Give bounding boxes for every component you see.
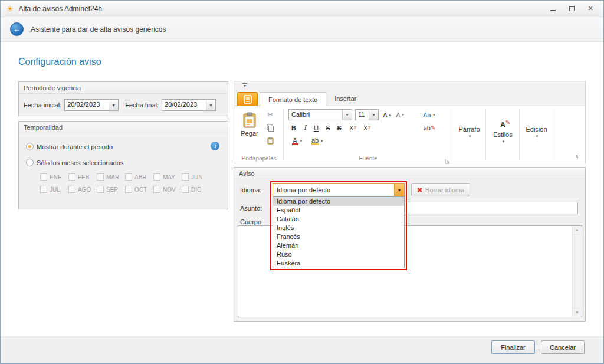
styles-icon: A✎ — [500, 120, 505, 129]
idioma-dropdown-button[interactable]: ▼ — [394, 184, 404, 196]
superscript-button[interactable]: X2 — [346, 123, 359, 133]
group-divider — [553, 109, 553, 160]
idioma-combo[interactable]: Idioma por defecto ▼ — [273, 183, 405, 196]
minimize-button[interactable] — [548, 5, 557, 13]
highlight-color-button[interactable]: ab▼ — [308, 136, 326, 146]
month-label: JUL — [50, 186, 60, 193]
month-checkbox-ago[interactable] — [68, 186, 76, 193]
chevron-down-icon: ▼ — [468, 135, 472, 138]
ribbon-group-parrafo: Párrafo ▼ — [452, 106, 486, 163]
radio-meses-seleccionados[interactable] — [26, 159, 34, 166]
dropdown-item[interactable]: Alemán — [273, 241, 404, 250]
dropdown-item[interactable]: Catalán — [273, 215, 404, 224]
maximize-button[interactable] — [567, 5, 576, 13]
editing-button[interactable]: Edición ▼ — [522, 111, 551, 152]
dropdown-item[interactable]: Inglés — [273, 224, 404, 232]
paste-button[interactable]: Pegar — [237, 109, 262, 149]
month-checkbox-nov[interactable] — [153, 186, 160, 193]
back-button[interactable]: ← — [10, 22, 24, 36]
paragraph-button[interactable]: Párrafo ▼ — [455, 111, 484, 152]
bold-button[interactable]: B — [288, 123, 299, 133]
month-checkbox-jun[interactable] — [182, 173, 189, 181]
month-checkbox-sep[interactable] — [97, 186, 104, 193]
wizard-subtitle: Asistente para dar de alta avisos genéri… — [31, 25, 166, 34]
fecha-final-dropdown-button[interactable]: ▼ — [206, 100, 215, 110]
italic-button[interactable]: I — [300, 123, 310, 133]
styles-button[interactable]: A✎ Estilos ▼ — [488, 111, 517, 152]
font-name-combo[interactable]: Calibri ▼ — [288, 109, 352, 120]
copy-button[interactable] — [265, 123, 275, 133]
strikethrough-button[interactable]: S — [323, 123, 333, 133]
month-checkbox-may[interactable] — [153, 173, 160, 181]
month-checkbox-mar[interactable] — [97, 173, 104, 181]
dropdown-item[interactable]: Francés — [273, 232, 404, 241]
month-checkbox-feb[interactable] — [68, 173, 76, 181]
paste-special-button[interactable] — [265, 136, 275, 146]
dropdown-item[interactable]: Euskera — [273, 259, 404, 268]
month-label: NOV — [163, 186, 176, 193]
quick-access-dropdown-button[interactable]: ▼ — [241, 83, 248, 87]
highlight-swatch — [311, 143, 319, 145]
month-checkbox-abr[interactable] — [125, 173, 132, 181]
minimize-icon — [550, 6, 556, 11]
font-color-button[interactable]: A▼ — [290, 136, 305, 146]
copy-icon — [267, 124, 274, 132]
double-strikethrough-button[interactable]: S — [334, 123, 344, 133]
scroll-up-button[interactable]: ▲ — [573, 226, 582, 235]
tab-insertar[interactable]: Insertar — [326, 91, 365, 106]
finalizar-button[interactable]: Finalizar — [491, 340, 535, 354]
text-effects-button[interactable]: ab✎ — [421, 123, 438, 133]
fecha-inicial-value: 20/02/2023 — [65, 100, 109, 110]
dropdown-item[interactable]: Ruso — [273, 250, 404, 259]
superscript-mark: 2 — [354, 126, 356, 130]
application-tab[interactable] — [237, 92, 258, 106]
fecha-final-value: 20/02/2023 — [162, 100, 206, 110]
scroll-down-button[interactable]: ▼ — [573, 308, 582, 317]
subscript-button[interactable]: X2 — [360, 123, 373, 133]
dialog-launcher-button[interactable] — [445, 156, 450, 161]
font-name-dropdown-button[interactable]: ▼ — [342, 110, 352, 120]
ribbon-group-estilos: A✎ Estilos ▼ — [486, 106, 520, 163]
month-checkbox-ene[interactable] — [40, 173, 47, 181]
fecha-inicial-dropdown-button[interactable]: ▼ — [109, 100, 118, 110]
dropdown-item[interactable]: Español — [273, 206, 404, 215]
chevron-down-icon: ▼ — [502, 140, 505, 143]
vertical-scrollbar[interactable]: ▲ ▼ — [572, 226, 582, 317]
cut-button[interactable]: ✂ — [265, 110, 275, 120]
tab-formato-de-texto[interactable]: Formato de texto — [260, 92, 326, 106]
chevron-down-icon: ▼ — [209, 103, 213, 107]
month-label: MAY — [163, 174, 175, 181]
month-checkbox-dic[interactable] — [182, 186, 189, 193]
font-size-combo[interactable]: 11 ▼ — [355, 109, 379, 120]
month-checkbox-jul[interactable] — [40, 186, 47, 193]
shrink-font-label: A — [396, 112, 400, 119]
paste-icon — [242, 112, 257, 128]
shrink-font-button[interactable]: A▼ — [395, 110, 406, 120]
month-label: FEB — [78, 174, 89, 181]
borrar-idioma-button[interactable]: ✖ Borrar idioma — [411, 183, 470, 196]
fecha-inicial-label: Fecha inicial: — [24, 101, 61, 109]
double-strikethrough-label: S — [337, 124, 341, 132]
info-icon[interactable]: i — [211, 142, 219, 150]
wizard-header: ← Asistente para dar de alta avisos gené… — [1, 17, 603, 42]
radio-mostrar-periodo[interactable] — [26, 143, 34, 150]
change-case-button[interactable]: Aa▼ — [421, 110, 438, 120]
grow-font-button[interactable]: A▲ — [382, 110, 393, 120]
editing-label: Edición — [526, 126, 547, 133]
dropdown-item[interactable]: Idioma por defecto — [273, 197, 404, 206]
cancelar-button[interactable]: Cancelar — [541, 340, 585, 354]
chevron-down-icon: ▼ — [111, 103, 116, 107]
font-size-dropdown-button[interactable]: ▼ — [369, 110, 378, 120]
month-label: JUN — [191, 174, 202, 181]
paste-button-label: Pegar — [241, 130, 258, 137]
collapse-ribbon-button[interactable]: ∧ — [572, 152, 582, 160]
chevron-down-icon: ▼ — [536, 135, 539, 138]
ribbon-group-portapapeles: Pegar ✂ — [234, 106, 284, 163]
month-checkbox-oct[interactable] — [125, 186, 132, 193]
triangle-down-icon: ▼ — [576, 311, 579, 314]
fecha-final-combo[interactable]: 20/02/2023 ▼ — [162, 99, 216, 111]
chevron-down-icon: ▼ — [345, 113, 349, 117]
close-button[interactable]: ✕ — [586, 5, 595, 13]
fecha-inicial-combo[interactable]: 20/02/2023 ▼ — [64, 99, 119, 111]
underline-button[interactable]: U — [311, 123, 321, 133]
